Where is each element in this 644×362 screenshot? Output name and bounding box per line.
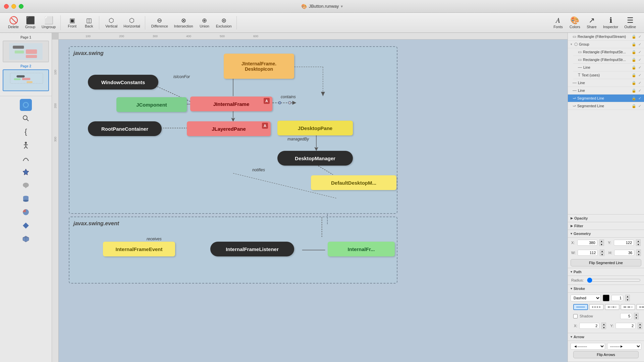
curve-tool[interactable] [20, 153, 32, 165]
jif-desktopicon-box[interactable]: JInternalFrame.DesktopIcon [224, 54, 294, 79]
w-down[interactable]: ▼ [600, 253, 604, 256]
arrow-left-select[interactable]: ◄-------- ←-------- --------- [571, 343, 605, 350]
layer-line1[interactable]: — Line 🔒 ✓ [573, 64, 644, 71]
layer-text-uses[interactable]: T Text (uses) 🔒 ✓ [573, 71, 644, 79]
layer-group[interactable]: ▾ ⬡ Group 🔒 ✓ [568, 41, 644, 48]
select-tool[interactable] [20, 99, 32, 111]
pattern-solid[interactable] [573, 304, 588, 310]
jlayeredpane-box[interactable]: JLayeredPane A [187, 121, 271, 136]
flip-arrows-button[interactable]: Flip Arrows [573, 351, 639, 358]
jinternalframe-box[interactable]: JInternalFrame A [190, 97, 272, 111]
shy-up[interactable]: ▲ [638, 322, 642, 326]
person-tool[interactable] [20, 139, 32, 151]
shadow-checkbox[interactable] [573, 314, 578, 318]
rootpanecontainer-box[interactable]: RootPaneContainer [88, 121, 162, 136]
page1-thumb[interactable] [3, 41, 49, 62]
defaultdesktop-box[interactable]: DefaultDesktopM... [311, 175, 396, 190]
diamond-tool[interactable] [20, 220, 32, 232]
back-button[interactable]: ◫ Back [81, 16, 97, 29]
shy-down[interactable]: ▼ [638, 326, 642, 329]
stroke-color-swatch[interactable] [603, 295, 609, 301]
shadow-size-input[interactable] [620, 313, 632, 319]
y-up[interactable]: ▲ [636, 239, 641, 243]
x-input[interactable] [577, 240, 597, 246]
h-input[interactable] [614, 250, 634, 256]
difference-button[interactable]: ⊖ Difference [149, 16, 171, 29]
x-up[interactable]: ▲ [599, 239, 604, 243]
star-tool[interactable] [20, 166, 32, 178]
stroke-header[interactable]: ▾ Stroke [568, 285, 644, 293]
stroke-width-input[interactable] [611, 295, 623, 301]
filter-section-header[interactable]: ▶ Filter [568, 222, 644, 230]
window-constants-box[interactable]: WindowConstants [88, 75, 158, 89]
minimize-button[interactable] [11, 4, 16, 9]
front-button[interactable]: ▣ Front [64, 16, 80, 29]
union-button[interactable]: ⊕ Union [197, 16, 213, 29]
layer-line2[interactable]: — Line 🔒 ✓ [568, 79, 644, 87]
shadow-x-input[interactable] [579, 323, 599, 329]
geometry-header[interactable]: ▾ Geometry [568, 230, 644, 238]
delete-button[interactable]: 🚫 Delete [5, 15, 21, 30]
pattern-longdash[interactable] [621, 304, 635, 310]
internalframeevent-box[interactable]: InternalFrameEvent [103, 242, 175, 256]
stroke-up[interactable]: ▲ [625, 295, 630, 298]
share-button[interactable]: ↗ Share [584, 15, 600, 30]
exclusion-button[interactable]: ⊛ Exclusion [213, 16, 234, 29]
horizontal-button[interactable]: ⬡ Horizontal [121, 16, 143, 29]
pie-tool[interactable] [20, 206, 32, 218]
flip-segmented-line-button[interactable]: Flip Segmented Line [571, 259, 641, 266]
brace-tool[interactable]: { [20, 126, 32, 138]
page2-thumb[interactable] [3, 69, 49, 91]
shadow-down[interactable]: ▼ [634, 316, 639, 319]
opacity-section-header[interactable]: ▶ Opacity [568, 215, 644, 222]
pattern-dash[interactable] [589, 304, 604, 310]
union-icon: ⊕ [202, 17, 207, 23]
y-input[interactable] [614, 240, 634, 246]
layer-segmented-line1[interactable]: ⤻ Segmented Line 🔒 ✓ [568, 95, 644, 102]
w-input[interactable] [578, 250, 598, 256]
w-up[interactable]: ▲ [600, 249, 604, 253]
cube-tool[interactable] [20, 233, 32, 245]
close-button[interactable] [4, 4, 9, 9]
intersection-button[interactable]: ⊗ Intersection [171, 16, 196, 29]
vertical-button[interactable]: ⬡ Vertical [103, 16, 120, 29]
shx-down[interactable]: ▼ [601, 326, 606, 329]
arrow-header[interactable]: ▾ Arrow [568, 333, 644, 341]
ungroup-button[interactable]: ⬜ Ungroup [39, 15, 58, 30]
page2-label: Page 2 [3, 64, 49, 68]
jdesktoppane-box[interactable]: JDesktopPane [277, 121, 353, 135]
canvas-area[interactable]: 100 200 300 400 500 600 100 200 300 java… [52, 33, 568, 362]
layer-rect-filter3[interactable]: ▭ Rectangle (FilterInputStr... 🔒 ✓ [573, 56, 644, 64]
layer-rect-filter2[interactable]: ▭ Rectangle (FilterInputStr... 🔒 ✓ [573, 48, 644, 56]
shadow-up[interactable]: ▲ [634, 313, 639, 316]
internalframelistener-box[interactable]: InternalFrameListener [210, 242, 294, 256]
cylinder-tool[interactable] [20, 193, 32, 205]
shx-up[interactable]: ▲ [601, 322, 606, 326]
colors-button[interactable]: 🎨 Colors [567, 15, 583, 30]
group-button[interactable]: ⬛ Group [22, 15, 38, 30]
inspector-button[interactable]: ℹ Inspector [600, 15, 621, 30]
shadow-y-input[interactable] [615, 323, 636, 329]
x-down[interactable]: ▼ [599, 243, 604, 246]
maximize-button[interactable] [19, 4, 23, 9]
stroke-down[interactable]: ▼ [625, 298, 630, 301]
h-down[interactable]: ▼ [636, 253, 641, 256]
pattern-dotdash[interactable] [605, 304, 620, 310]
fonts-button[interactable]: 𝐴 Fonts [550, 15, 566, 30]
stroke-type-select[interactable]: Dashed Solid Dotted [571, 295, 601, 301]
arrow-right-select[interactable]: --------► --------→ --------- [607, 343, 642, 350]
pattern-dashlong[interactable] [636, 304, 644, 310]
outline-button[interactable]: ☰ Outline [622, 15, 639, 30]
layer-segmented-line2[interactable]: ⤻ Segmented Line 🔒 ✓ [568, 102, 644, 110]
desktopmanager-box[interactable]: DesktopManager [277, 151, 353, 166]
y-down[interactable]: ▼ [636, 243, 641, 246]
layer-rect-filter[interactable]: ▭ Rectangle (FilterInputStream) 🔒 ✓ [568, 33, 644, 41]
layer-line3[interactable]: — Line 🔒 ✓ [568, 87, 644, 95]
jcomponent-box[interactable]: JComponent [116, 97, 187, 112]
magnify-tool[interactable] [20, 112, 32, 124]
h-up[interactable]: ▲ [636, 249, 641, 253]
internalfra-box[interactable]: InternalFr... [328, 242, 395, 256]
radius-slider[interactable] [587, 278, 641, 283]
speech-tool[interactable] [20, 179, 32, 191]
path-header[interactable]: ▾ Path [568, 268, 644, 276]
